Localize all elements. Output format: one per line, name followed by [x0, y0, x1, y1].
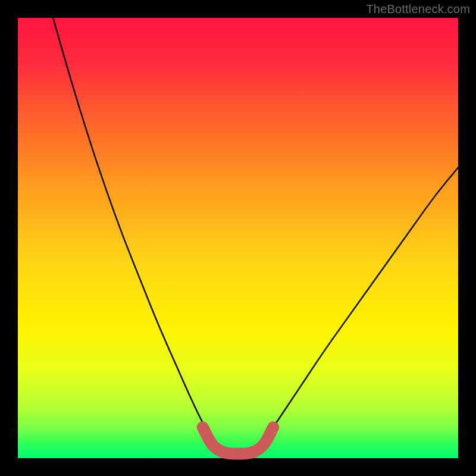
plot-background — [18, 18, 458, 458]
chart-frame: TheBottleneck.com — [0, 0, 476, 476]
watermark-text: TheBottleneck.com — [366, 2, 470, 16]
chart-canvas — [0, 0, 476, 476]
